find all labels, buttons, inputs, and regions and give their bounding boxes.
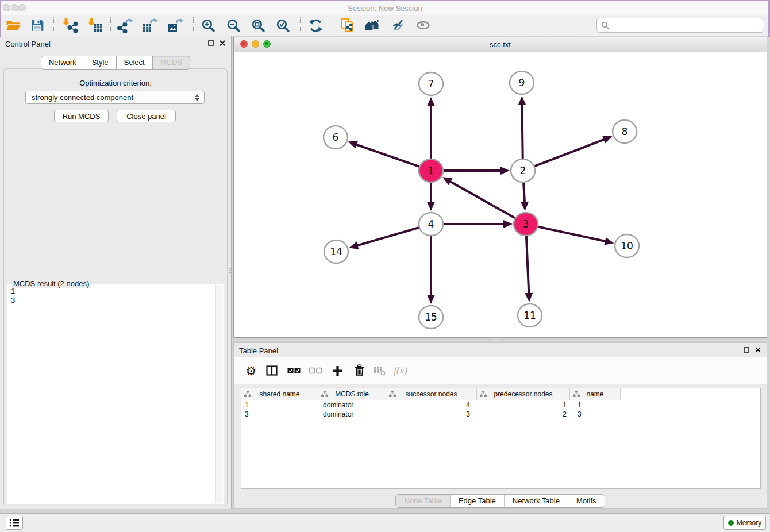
column-header-predecessor-nodes[interactable]: predecessor nodes bbox=[477, 388, 570, 400]
float-panel-icon[interactable] bbox=[208, 40, 214, 46]
zoom-selected-button[interactable] bbox=[272, 16, 293, 34]
tab-node-table[interactable]: Node Table bbox=[396, 495, 451, 507]
graph-edge-1-6[interactable] bbox=[356, 145, 421, 168]
column-header-name[interactable]: name bbox=[570, 388, 621, 400]
cell[interactable]: 3 bbox=[241, 410, 318, 418]
zoom-out-button[interactable] bbox=[223, 16, 244, 34]
show-hide-button[interactable] bbox=[413, 16, 433, 34]
graph-node-14[interactable]: 14 bbox=[324, 240, 348, 263]
graph-edge-2-9[interactable] bbox=[522, 105, 522, 160]
graph-node-1[interactable]: 1 bbox=[419, 159, 443, 182]
graph-node-2[interactable]: 2 bbox=[511, 159, 535, 182]
function-builder-button[interactable]: f(x) bbox=[391, 361, 410, 380]
graph-node-10[interactable]: 10 bbox=[615, 234, 639, 257]
delete-table-button[interactable] bbox=[371, 361, 389, 380]
split-panel-button[interactable] bbox=[263, 361, 281, 380]
criterion-dropdown[interactable]: strongly connected component bbox=[25, 91, 205, 104]
column-header-shared-name[interactable]: shared name bbox=[241, 388, 318, 400]
window-border-left bbox=[0, 0, 1, 37]
graph-edge-2-8[interactable] bbox=[533, 140, 605, 167]
delete-column-button[interactable] bbox=[350, 361, 368, 380]
graph-edge-3-1[interactable] bbox=[450, 182, 517, 219]
graph-edge-3-11[interactable] bbox=[526, 234, 529, 294]
search-field[interactable] bbox=[596, 18, 764, 33]
graph-edge-4-14[interactable] bbox=[357, 227, 421, 245]
export-network-button[interactable] bbox=[115, 16, 136, 34]
run-mcds-button[interactable]: Run MCDS bbox=[54, 110, 109, 122]
graph-node-11[interactable]: 11 bbox=[518, 304, 542, 327]
table-row[interactable]: 3dominator323 bbox=[241, 410, 760, 419]
graph-node-8[interactable]: 8 bbox=[613, 120, 637, 143]
graph-node-4[interactable]: 4 bbox=[419, 213, 443, 236]
close-panel-icon[interactable] bbox=[220, 40, 225, 46]
cell[interactable]: 2 bbox=[477, 410, 570, 418]
graph-node-15[interactable]: 15 bbox=[419, 306, 443, 329]
cell[interactable]: 3 bbox=[386, 410, 477, 418]
import-network-button[interactable] bbox=[59, 16, 80, 34]
add-column-button[interactable] bbox=[328, 361, 346, 380]
import-table-button[interactable] bbox=[84, 16, 105, 34]
cell[interactable]: 1 bbox=[570, 401, 621, 409]
zoom-selected-icon bbox=[275, 18, 291, 33]
style-eye-icon bbox=[390, 18, 405, 32]
network-graph-canvas[interactable]: 1234678910111415 bbox=[234, 52, 767, 337]
tab-motifs[interactable]: Motifs bbox=[568, 495, 605, 507]
apply-layout-button[interactable] bbox=[305, 16, 326, 34]
column-type-icon bbox=[573, 391, 580, 398]
node-table: shared nameMCDS rolesuccessor nodesprede… bbox=[241, 388, 761, 489]
graph-edge-2-3[interactable] bbox=[523, 181, 525, 202]
cell[interactable]: dominator bbox=[318, 401, 386, 409]
graph-node-9[interactable]: 9 bbox=[510, 71, 534, 94]
show-networks-button[interactable] bbox=[362, 16, 383, 34]
tab-style[interactable]: Style bbox=[84, 56, 117, 70]
svg-text:1: 1 bbox=[428, 165, 434, 176]
select-all-button[interactable] bbox=[284, 361, 303, 380]
mcds-result-title: MCDS result (2 nodes) bbox=[11, 279, 91, 288]
tab-edge-table[interactable]: Edge Table bbox=[451, 495, 505, 507]
window-border-top bbox=[0, 0, 770, 1]
close-panel-icon[interactable] bbox=[755, 347, 761, 353]
graph-node-3[interactable]: 3 bbox=[514, 213, 538, 236]
table-row[interactable]: 1dominator411 bbox=[241, 400, 760, 410]
deselect-all-button[interactable] bbox=[306, 361, 325, 380]
cell[interactable]: 3 bbox=[570, 410, 621, 418]
checked-boxes-icon bbox=[287, 367, 301, 374]
column-header-successor-nodes[interactable]: successor nodes bbox=[386, 388, 477, 400]
column-header-MCDS-role[interactable]: MCDS role bbox=[318, 388, 386, 400]
export-table-button[interactable] bbox=[140, 16, 160, 34]
horizontal-splitter-grip[interactable] bbox=[492, 338, 500, 341]
cell[interactable]: dominator bbox=[318, 410, 386, 418]
save-session-button[interactable] bbox=[27, 16, 48, 34]
mcds-result-box: MCDS result (2 nodes) 1 3 bbox=[7, 284, 224, 504]
result-scrollbar[interactable] bbox=[215, 285, 223, 503]
toolbar-separator bbox=[53, 17, 54, 33]
trash-icon bbox=[354, 364, 365, 377]
graph-node-6[interactable]: 6 bbox=[324, 126, 348, 149]
cell[interactable]: 1 bbox=[241, 401, 318, 409]
svg-text:7: 7 bbox=[428, 78, 434, 90]
task-history-button[interactable] bbox=[6, 516, 23, 530]
memory-button[interactable]: Memory bbox=[723, 516, 766, 530]
tab-mcds[interactable]: MCDS bbox=[153, 56, 190, 70]
export-image-button[interactable] bbox=[165, 16, 186, 34]
vertical-splitter-grip[interactable] bbox=[229, 265, 233, 276]
delete-table-icon bbox=[374, 365, 386, 376]
import-table-icon bbox=[87, 18, 103, 33]
cell[interactable]: 1 bbox=[477, 401, 570, 409]
float-panel-icon[interactable] bbox=[744, 347, 749, 353]
tab-network[interactable]: Network bbox=[41, 56, 84, 70]
close-panel-button[interactable]: Close panel bbox=[117, 110, 176, 122]
tab-network-table[interactable]: Network Table bbox=[505, 495, 568, 507]
clone-network-button[interactable] bbox=[337, 16, 358, 34]
zoom-in-button[interactable] bbox=[198, 16, 218, 34]
graph-edge-3-10[interactable] bbox=[536, 226, 606, 241]
tab-select[interactable]: Select bbox=[117, 56, 153, 70]
search-input[interactable] bbox=[609, 20, 764, 31]
graph-node-7[interactable]: 7 bbox=[419, 72, 443, 95]
toolbar-separator bbox=[110, 17, 111, 33]
table-settings-button[interactable]: ⚙ bbox=[242, 361, 260, 380]
open-file-button[interactable] bbox=[3, 16, 24, 34]
zoom-fit-button[interactable] bbox=[248, 16, 268, 34]
cell[interactable]: 4 bbox=[386, 401, 477, 409]
toggle-visual-styles-button[interactable] bbox=[387, 16, 408, 34]
